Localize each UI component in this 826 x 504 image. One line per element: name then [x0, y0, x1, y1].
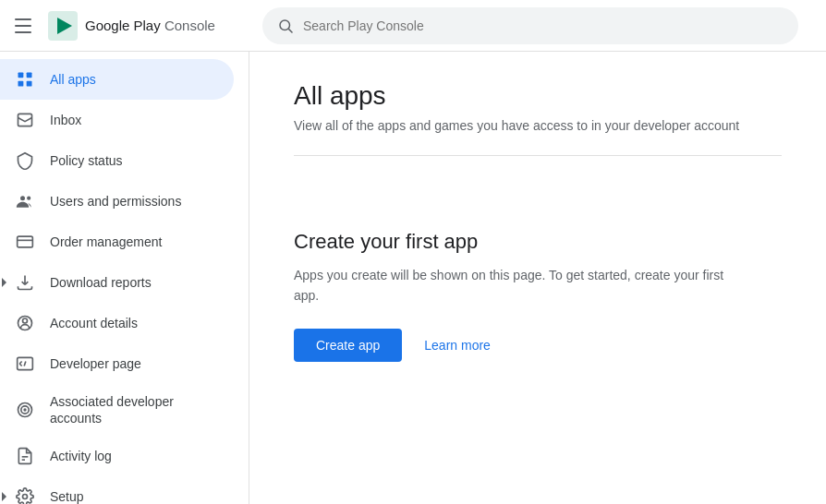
create-title: Create your first app: [294, 230, 782, 254]
svg-rect-5: [27, 73, 32, 78]
divider: [294, 155, 782, 156]
create-section: Create your first app Apps you create wi…: [294, 230, 782, 362]
sidebar-item-download-reports[interactable]: Download reports: [0, 262, 234, 303]
play-console-logo-icon: [48, 11, 78, 41]
search-bar[interactable]: [262, 7, 798, 44]
sidebar-item-order-management[interactable]: Order management: [0, 222, 234, 262]
svg-line-18: [24, 362, 26, 366]
search-icon: [277, 18, 294, 34]
svg-line-17: [19, 364, 22, 366]
sidebar-item-activity-log-label: Activity log: [50, 449, 219, 463]
hamburger-menu[interactable]: [11, 13, 37, 39]
gear-icon: [15, 486, 35, 504]
svg-point-21: [24, 409, 26, 411]
create-description: Apps you create will be shown on this pa…: [294, 265, 737, 306]
document-icon: [15, 446, 35, 466]
sidebar-item-users-permissions-label: Users and permissions: [50, 194, 219, 209]
sidebar-item-account-details-label: Account details: [50, 316, 219, 330]
shield-icon: [15, 150, 35, 171]
sidebar-item-download-reports-label: Download reports: [50, 275, 219, 290]
top-bar: Google Play Console: [0, 0, 826, 52]
sidebar-item-all-apps-label: All apps: [50, 72, 219, 87]
svg-line-3: [288, 29, 292, 32]
svg-rect-11: [18, 236, 33, 247]
sidebar-item-setup[interactable]: Setup: [0, 476, 234, 504]
developer-icon: [15, 354, 35, 374]
svg-rect-4: [18, 73, 24, 78]
svg-point-2: [280, 20, 290, 30]
svg-line-16: [19, 362, 22, 365]
sidebar-item-associated-dev-label: Associated developer accounts: [50, 393, 219, 426]
sidebar: All apps Inbox Policy status Users and p…: [0, 52, 249, 504]
logo-area: Google Play Console: [48, 11, 251, 41]
sidebar-item-activity-log[interactable]: Activity log: [0, 436, 234, 476]
svg-rect-6: [18, 81, 24, 87]
sidebar-item-inbox-label: Inbox: [50, 113, 219, 127]
svg-point-24: [23, 495, 28, 499]
sidebar-item-associated-dev[interactable]: Associated developer accounts: [0, 384, 234, 436]
svg-point-10: [27, 197, 30, 200]
sidebar-item-inbox[interactable]: Inbox: [0, 100, 234, 140]
page-subtitle: View all of the apps and games you have …: [294, 118, 782, 133]
sidebar-item-account-details[interactable]: Account details: [0, 303, 234, 343]
learn-more-link[interactable]: Learn more: [424, 338, 491, 353]
svg-point-14: [23, 318, 28, 323]
svg-rect-7: [27, 81, 32, 87]
page-title: All apps: [294, 81, 782, 111]
grid-icon: [15, 69, 35, 90]
people-icon: [15, 191, 35, 211]
person-circle-icon: [15, 313, 35, 333]
svg-point-9: [20, 196, 25, 200]
sidebar-item-developer-page[interactable]: Developer page: [0, 343, 234, 384]
sidebar-item-developer-page-label: Developer page: [50, 356, 219, 371]
svg-rect-8: [18, 114, 32, 126]
sidebar-item-policy-status[interactable]: Policy status: [0, 140, 234, 181]
sidebar-item-order-management-label: Order management: [50, 234, 219, 249]
target-icon: [15, 400, 35, 420]
action-row: Create app Learn more: [294, 329, 782, 362]
main-content: All apps View all of the apps and games …: [249, 52, 826, 504]
download-icon: [15, 272, 35, 293]
card-icon: [15, 232, 35, 252]
sidebar-item-all-apps[interactable]: All apps: [0, 59, 234, 100]
inbox-icon: [15, 110, 35, 130]
sidebar-item-users-permissions[interactable]: Users and permissions: [0, 181, 234, 222]
create-app-button[interactable]: Create app: [294, 329, 402, 362]
sidebar-item-policy-status-label: Policy status: [50, 153, 219, 168]
search-input[interactable]: [303, 18, 783, 33]
logo-text: Google Play Console: [85, 18, 215, 33]
main-layout: All apps Inbox Policy status Users and p…: [0, 52, 826, 504]
sidebar-item-setup-label: Setup: [50, 489, 219, 504]
